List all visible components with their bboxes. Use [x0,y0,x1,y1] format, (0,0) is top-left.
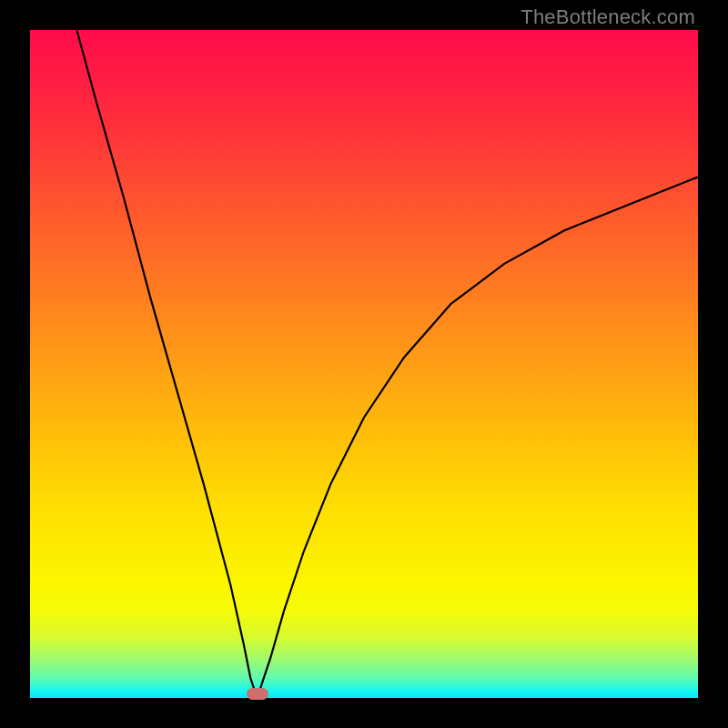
plot-area [30,30,698,698]
optimal-marker [247,688,268,700]
bottleneck-curve [76,30,698,698]
curve-svg [30,30,698,698]
chart-container: TheBottleneck.com [0,0,728,728]
watermark-text: TheBottleneck.com [521,5,695,29]
